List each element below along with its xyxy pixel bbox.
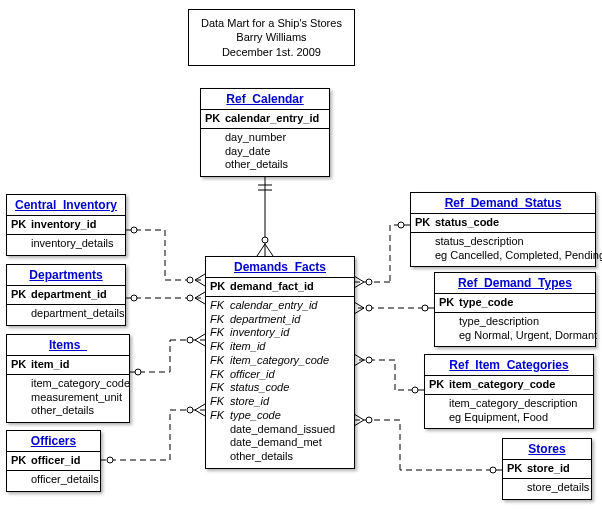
attr: status_description <box>435 235 524 249</box>
svg-line-22 <box>195 334 205 340</box>
svg-line-15 <box>195 292 205 298</box>
svg-line-16 <box>195 298 205 304</box>
fk: inventory_id <box>230 326 289 340</box>
fk: officer_id <box>230 368 275 382</box>
svg-line-42 <box>354 308 364 314</box>
pk: type_code <box>459 296 513 310</box>
pk: calendar_entry_id <box>225 112 319 126</box>
attr: eg Equipment, Food <box>449 411 548 425</box>
svg-point-54 <box>490 467 496 473</box>
pk: item_category_code <box>449 378 555 392</box>
entity-ref-demand-types: Ref_Demand_Types PKtype_code type_descri… <box>434 272 596 347</box>
pk: department_id <box>31 288 107 302</box>
attr: other_details <box>230 450 293 464</box>
pk: demand_fact_id <box>230 280 314 294</box>
attr: officer_details <box>31 473 99 487</box>
svg-line-29 <box>195 404 205 410</box>
fk: item_category_code <box>230 354 329 368</box>
title-line3: December 1st. 2009 <box>201 45 342 59</box>
entity-departments: Departments PKdepartment_id department_d… <box>6 264 126 326</box>
svg-line-3 <box>257 244 265 256</box>
svg-line-10 <box>195 274 205 280</box>
attr: other_details <box>225 158 288 172</box>
entity-officers: Officers PKofficer_id officer_details <box>6 430 101 492</box>
svg-point-38 <box>366 279 372 285</box>
entity-title: Ref_Calendar <box>201 89 329 110</box>
attr: item_category_code <box>31 377 130 391</box>
svg-line-11 <box>195 280 205 286</box>
entity-title: Stores <box>503 439 591 460</box>
svg-point-21 <box>135 369 141 375</box>
svg-line-55 <box>354 414 364 420</box>
entity-title: Ref_Demand_Types <box>435 273 595 294</box>
attr: other_details <box>31 404 94 418</box>
title-line1: Data Mart for a Ship's Stores <box>201 16 342 30</box>
entity-title: Items_ <box>7 335 129 356</box>
svg-point-57 <box>366 417 372 423</box>
entity-title: Demands_Facts <box>206 257 354 278</box>
entity-stores: Stores PKstore_id store_details <box>502 438 592 500</box>
title-line2: Barry Williams <box>201 30 342 44</box>
svg-point-14 <box>131 295 137 301</box>
svg-point-28 <box>107 457 113 463</box>
svg-point-31 <box>187 407 193 413</box>
svg-point-50 <box>366 357 372 363</box>
pk: officer_id <box>31 454 81 468</box>
entity-central-inventory: Central_Inventory PKinventory_id invento… <box>6 194 126 256</box>
pk: store_id <box>527 462 570 476</box>
entity-title: Central_Inventory <box>7 195 125 216</box>
pk: inventory_id <box>31 218 96 232</box>
attr: eg Cancelled, Completed, Pending <box>435 249 602 263</box>
entity-items: Items_ PKitem_id item_category_code meas… <box>6 334 130 423</box>
svg-point-5 <box>262 237 268 243</box>
pk: item_id <box>31 358 70 372</box>
svg-line-56 <box>354 420 364 426</box>
attr: item_category_description <box>449 397 577 411</box>
svg-line-37 <box>354 282 364 288</box>
svg-point-24 <box>187 337 193 343</box>
svg-point-12 <box>187 277 193 283</box>
diagram-title-box: Data Mart for a Ship's Stores Barry Will… <box>188 9 355 66</box>
svg-line-41 <box>354 302 364 308</box>
entity-title: Ref_Demand_Status <box>411 193 595 214</box>
attr: day_date <box>225 145 270 159</box>
attr: type_description <box>459 315 539 329</box>
fk: store_id <box>230 395 269 409</box>
fk: calendar_entry_id <box>230 299 317 313</box>
fk: department_id <box>230 313 300 327</box>
entity-ref-item-categories: Ref_Item_Categories PKitem_category_code… <box>424 354 594 429</box>
svg-line-36 <box>354 276 364 282</box>
attr: day_number <box>225 131 286 145</box>
fk: type_code <box>230 409 281 423</box>
attr: inventory_details <box>31 237 114 251</box>
entity-body: PKcalendar_entry_id day_number day_date … <box>201 110 329 176</box>
fk: status_code <box>230 381 289 395</box>
svg-point-9 <box>131 227 137 233</box>
attr: date_demand_met <box>230 436 322 450</box>
svg-point-35 <box>398 222 404 228</box>
entity-ref-calendar: Ref_Calendar PKcalendar_entry_id day_num… <box>200 88 330 177</box>
svg-line-4 <box>265 244 273 256</box>
svg-point-40 <box>422 305 428 311</box>
entity-demands-facts: Demands_Facts PKdemand_fact_id FKcalenda… <box>205 256 355 469</box>
entity-title: Departments <box>7 265 125 286</box>
pk: status_code <box>435 216 499 230</box>
fk: item_id <box>230 340 265 354</box>
svg-line-30 <box>195 410 205 416</box>
attr: measurement_unit <box>31 391 122 405</box>
svg-point-43 <box>366 305 372 311</box>
svg-point-47 <box>412 387 418 393</box>
attr: store_details <box>527 481 589 495</box>
attr: date_demand_issued <box>230 423 335 437</box>
entity-title: Officers <box>7 431 100 452</box>
svg-line-23 <box>195 340 205 346</box>
entity-title: Ref_Item_Categories <box>425 355 593 376</box>
svg-point-17 <box>187 295 193 301</box>
svg-line-49 <box>354 360 364 366</box>
attr: department_details <box>31 307 125 321</box>
entity-ref-demand-status: Ref_Demand_Status PKstatus_code status_d… <box>410 192 596 267</box>
svg-line-48 <box>354 354 364 360</box>
attr: eg Normal, Urgent, Dormant <box>459 329 597 343</box>
